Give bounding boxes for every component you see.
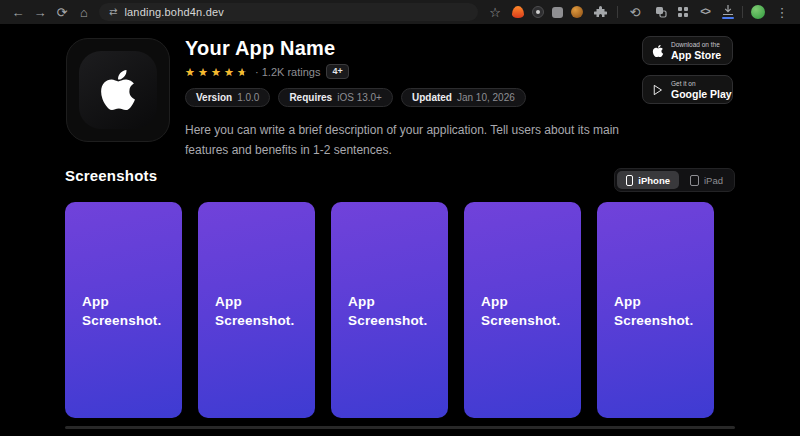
profile-avatar[interactable] <box>751 5 765 19</box>
code-icon[interactable]: <> <box>696 3 714 21</box>
bookmark-star-icon[interactable]: ☆ <box>486 3 504 21</box>
browser-toolbar: ← → ⟳ ⌂ ⇄ landing.bohd4n.dev ☆ ⟲ <> <box>0 0 800 24</box>
toggle-ipad[interactable]: iPad <box>681 171 732 189</box>
requires-badge: Requires iOS 13.0+ <box>278 88 393 107</box>
google-play-icon <box>652 83 664 97</box>
carousel-scrollbar[interactable] <box>65 426 735 429</box>
star-icon <box>198 66 210 78</box>
screenshot-card[interactable]: AppScreenshot. <box>65 202 182 418</box>
screenshots-heading: Screenshots <box>65 167 157 184</box>
page-title: Your App Name <box>185 36 695 60</box>
apple-logo-icon <box>79 51 157 129</box>
ipad-icon <box>690 175 699 186</box>
age-rating-badge: 4+ <box>326 64 348 79</box>
extension-dark-icon[interactable] <box>532 6 544 18</box>
download-progress-accent <box>722 17 734 19</box>
star-icon <box>224 66 236 78</box>
browser-window: ← → ⟳ ⌂ ⇄ landing.bohd4n.dev ☆ ⟲ <> <box>0 0 800 436</box>
app-meta-row: Version 1.0.0 Requires iOS 13.0+ Updated… <box>185 88 695 107</box>
translate-icon[interactable] <box>652 3 670 21</box>
app-store-button[interactable]: Download on the App Store <box>642 36 733 65</box>
reload-icon[interactable]: ⟳ <box>53 3 71 21</box>
screenshot-card[interactable]: AppScreenshot. <box>331 202 448 418</box>
store-eyebrow: Get it on <box>671 80 732 88</box>
store-eyebrow: Download on the <box>671 41 721 49</box>
star-icon <box>185 66 197 78</box>
forward-icon[interactable]: → <box>31 3 49 21</box>
downloads-icon[interactable] <box>722 5 734 19</box>
screenshots-carousel: AppScreenshot. AppScreenshot. AppScreens… <box>65 202 714 418</box>
kebab-menu-icon[interactable]: ⋮ <box>773 3 791 21</box>
extensions-puzzle-icon[interactable] <box>591 3 609 21</box>
toolbar-divider <box>617 6 618 18</box>
star-half-icon <box>237 66 249 78</box>
home-icon[interactable]: ⌂ <box>75 3 93 21</box>
extension-flame-icon[interactable] <box>512 6 524 18</box>
back-icon[interactable]: ← <box>9 3 27 21</box>
store-label: App Store <box>671 49 721 61</box>
extension-gray-icon[interactable] <box>552 7 563 18</box>
app-icon <box>66 38 170 142</box>
store-label: Google Play <box>671 88 732 100</box>
updated-badge: Updated Jan 10, 2026 <box>401 88 526 107</box>
address-bar[interactable]: ⇄ landing.bohd4n.dev <box>99 3 478 21</box>
toggle-iphone[interactable]: iPhone <box>617 171 679 189</box>
app-description: Here you can write a brief description o… <box>185 120 695 160</box>
store-buttons: Download on the App Store Get it on Goog… <box>642 36 733 104</box>
site-settings-icon[interactable]: ⇄ <box>109 7 117 17</box>
url-text: landing.bohd4n.dev <box>124 6 224 18</box>
screenshot-card[interactable]: AppScreenshot. <box>464 202 581 418</box>
apple-logo-icon <box>652 44 664 58</box>
rating-count: · 1.2K ratings <box>255 66 320 78</box>
google-play-button[interactable]: Get it on Google Play <box>642 75 733 104</box>
version-badge: Version 1.0.0 <box>185 88 270 107</box>
star-rating <box>185 66 249 78</box>
iphone-icon <box>626 175 633 186</box>
screenshot-card[interactable]: AppScreenshot. <box>198 202 315 418</box>
toolbar-divider <box>742 6 743 18</box>
star-icon <box>211 66 223 78</box>
tab-groups-grid-icon[interactable] <box>678 7 688 17</box>
screenshot-card[interactable]: AppScreenshot. <box>597 202 714 418</box>
history-icon[interactable]: ⟲ <box>626 3 644 21</box>
rating-row: · 1.2K ratings 4+ <box>185 64 695 79</box>
device-toggle: iPhone iPad <box>614 168 735 192</box>
extension-orange-icon[interactable] <box>571 6 583 18</box>
